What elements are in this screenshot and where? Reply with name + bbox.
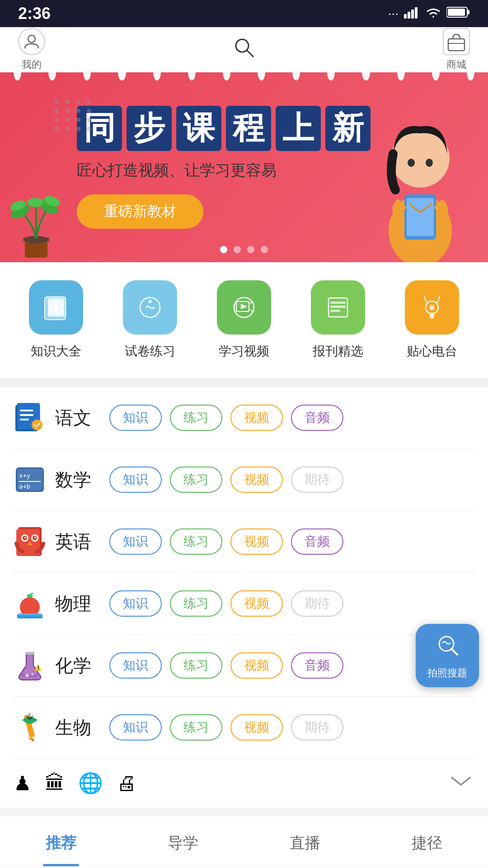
biology-tag-practice[interactable]: 练习 <box>170 714 222 741</box>
camera-search-icon <box>434 631 461 664</box>
svg-rect-40 <box>330 306 346 308</box>
math-tag-wait[interactable]: 期待 <box>291 467 343 493</box>
chinese-tag-video[interactable]: 视频 <box>230 405 283 431</box>
banner-button[interactable]: 重磅新教材 <box>77 194 203 229</box>
biology-tag-video[interactable]: 视频 <box>230 714 283 741</box>
svg-line-37 <box>250 310 253 311</box>
tab-guide[interactable]: 导学 <box>122 816 244 866</box>
svg-point-69 <box>31 673 34 675</box>
math-name: 数学 <box>55 467 100 492</box>
shop-button[interactable]: 商城 <box>443 28 470 71</box>
banner-dot-3 <box>247 246 254 253</box>
chinese-tag-practice[interactable]: 练习 <box>170 405 222 431</box>
chemistry-icon: ! <box>14 649 46 682</box>
svg-point-61 <box>24 537 26 538</box>
divider-1 <box>0 378 488 387</box>
svg-rect-44 <box>430 312 434 319</box>
photo-search-label: 拍照搜题 <box>427 666 467 680</box>
chemistry-tag-practice[interactable]: 练习 <box>170 652 222 679</box>
svg-rect-2 <box>411 9 414 19</box>
wifi-icon <box>426 6 441 22</box>
quick-icon-radio[interactable]: 贴心电台 <box>405 280 459 360</box>
english-tag-video[interactable]: 视频 <box>230 528 283 555</box>
knowledge-icon <box>29 280 83 335</box>
tabs-section: 推荐 导学 直播 捷径 知识 高中新教材同步微课，视频练习一网打尽 <box>0 816 488 868</box>
chinese-tag-audio[interactable]: 音频 <box>291 405 343 431</box>
biology-tag-knowledge[interactable]: 知识 <box>109 714 162 741</box>
battery-icon <box>446 6 470 21</box>
user-icon <box>18 28 45 55</box>
quick-icon-exam[interactable]: 试卷练习 <box>123 280 177 360</box>
tab-recommend[interactable]: 推荐 <box>0 816 122 866</box>
banner-char-4: 程 <box>226 106 271 151</box>
subject-row-chemistry: ! 化学 知识 练习 视频 音频 <box>14 635 474 697</box>
my-label: 我的 <box>22 58 42 71</box>
banner-content: 同 步 课 程 上 新 匠心打造视频、让学习更容易 重磅新教材 <box>77 106 461 229</box>
quick-icons-section: 知识大全 试卷练习 学习视频 <box>0 262 488 378</box>
chemistry-tag-audio[interactable]: 音频 <box>291 652 343 679</box>
quick-icon-video[interactable]: 学习视频 <box>217 280 271 360</box>
english-name: 英语 <box>55 529 100 554</box>
quick-icon-knowledge[interactable]: 知识大全 <box>29 280 83 360</box>
chinese-tags: 知识 练习 视频 音频 <box>109 405 474 431</box>
chemistry-tag-video[interactable]: 视频 <box>230 652 283 679</box>
global-icon: 🌐 <box>78 771 103 795</box>
svg-line-9 <box>247 50 253 57</box>
banner-pagination-dots <box>220 246 268 253</box>
chinese-tag-knowledge[interactable]: 知识 <box>109 405 162 431</box>
signal-dots-icon: ··· <box>388 6 399 21</box>
math-tag-video[interactable]: 视频 <box>230 467 283 493</box>
svg-rect-48 <box>20 414 33 416</box>
english-tag-knowledge[interactable]: 知识 <box>109 528 162 555</box>
my-button[interactable]: 我的 <box>18 28 45 71</box>
physics-tag-knowledge[interactable]: 知识 <box>109 590 162 617</box>
svg-line-75 <box>451 649 457 655</box>
svg-text:x+y: x+y <box>19 472 30 479</box>
radio-label: 贴心电台 <box>407 343 457 360</box>
svg-point-62 <box>34 537 36 538</box>
banner-title: 同 步 课 程 上 新 <box>77 106 461 151</box>
svg-point-43 <box>429 305 435 310</box>
photo-search-button[interactable]: 拍照搜题 <box>416 624 479 687</box>
math-tag-practice[interactable]: 练习 <box>170 467 222 493</box>
subject-row-physics: 物理 知识 练习 视频 期待 <box>14 573 474 635</box>
math-icon: x+y a+b <box>14 463 46 496</box>
status-bar: 2:36 ··· <box>0 0 488 27</box>
physics-tag-practice[interactable]: 练习 <box>170 590 222 617</box>
banner-char-5: 上 <box>276 106 321 151</box>
svg-rect-66 <box>18 613 42 615</box>
tabs-bar: 推荐 导学 直播 捷径 <box>0 816 488 867</box>
banner: 同 步 课 程 上 新 匠心打造视频、让学习更容易 重磅新教材 <box>0 72 488 262</box>
biology-icon <box>14 711 46 744</box>
knowledge-label: 知识大全 <box>31 343 81 360</box>
physics-tag-video[interactable]: 视频 <box>230 590 283 617</box>
math-tag-knowledge[interactable]: 知识 <box>109 467 162 493</box>
subject-row-chinese: 语文 知识 练习 视频 音频 <box>14 387 474 449</box>
expand-row: ♟ 🏛 🌐 🖨 <box>14 759 474 807</box>
english-tag-audio[interactable]: 音频 <box>291 528 343 555</box>
banner-char-6: 新 <box>325 106 371 151</box>
svg-text:a+b: a+b <box>19 483 30 490</box>
other-subject-icons: ♟ 🏛 🌐 🖨 <box>14 771 136 795</box>
chemistry-tag-knowledge[interactable]: 知识 <box>109 652 162 679</box>
svg-rect-6 <box>468 10 469 14</box>
expand-button[interactable] <box>447 772 474 794</box>
banner-char-2: 步 <box>127 106 172 151</box>
tab-shortcut[interactable]: 捷径 <box>366 816 488 866</box>
svg-rect-47 <box>20 410 33 411</box>
banner-char-3: 课 <box>176 106 221 151</box>
header: 我的 商城 <box>0 27 488 72</box>
banner-plant-decoration <box>9 181 63 262</box>
search-button[interactable] <box>232 36 256 64</box>
quick-icon-journal[interactable]: 报刊精选 <box>311 280 365 360</box>
english-tag-practice[interactable]: 练习 <box>170 528 222 555</box>
tab-live[interactable]: 直播 <box>244 816 366 866</box>
english-icon <box>14 525 46 558</box>
radio-icon <box>405 280 459 335</box>
physics-name: 物理 <box>55 591 100 616</box>
biology-tag-wait[interactable]: 期待 <box>291 714 343 741</box>
chinese-icon <box>14 401 46 434</box>
banner-dot-4 <box>261 246 268 253</box>
english-tags: 知识 练习 视频 音频 <box>109 528 474 555</box>
physics-tag-wait[interactable]: 期待 <box>291 590 343 617</box>
